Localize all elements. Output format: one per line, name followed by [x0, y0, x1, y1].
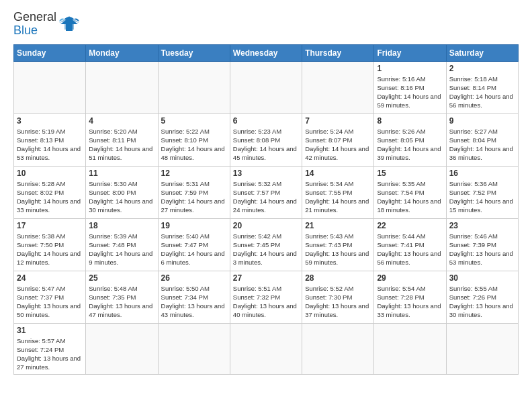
- calendar-cell: [230, 61, 302, 113]
- sun-info: Sunrise: 5:54 AM Sunset: 7:28 PM Dayligh…: [377, 284, 443, 320]
- sun-info: Sunrise: 5:38 AM Sunset: 7:50 PM Dayligh…: [17, 232, 83, 267]
- calendar-cell: 22Sunrise: 5:44 AM Sunset: 7:41 PM Dayli…: [374, 218, 446, 271]
- calendar-cell: 15Sunrise: 5:35 AM Sunset: 7:54 PM Dayli…: [374, 166, 446, 218]
- calendar-cell: 21Sunrise: 5:43 AM Sunset: 7:43 PM Dayli…: [302, 218, 374, 271]
- calendar-week-row: 10Sunrise: 5:28 AM Sunset: 8:02 PM Dayli…: [14, 166, 519, 218]
- calendar-cell: 13Sunrise: 5:32 AM Sunset: 7:57 PM Dayli…: [230, 166, 302, 218]
- weekday-header-sunday: Sunday: [14, 44, 86, 61]
- day-number: 20: [233, 221, 299, 230]
- calendar-cell: [374, 323, 446, 374]
- sun-info: Sunrise: 5:19 AM Sunset: 8:13 PM Dayligh…: [17, 127, 83, 163]
- day-number: 21: [305, 221, 371, 230]
- weekday-header-row: SundayMondayTuesdayWednesdayThursdayFrid…: [14, 44, 519, 61]
- day-number: 16: [449, 169, 515, 178]
- sun-info: Sunrise: 5:30 AM Sunset: 8:00 PM Dayligh…: [89, 179, 154, 215]
- logo-bird-icon: [59, 15, 79, 34]
- weekday-header-friday: Friday: [374, 44, 446, 61]
- day-number: 5: [161, 116, 227, 126]
- sun-info: Sunrise: 5:48 AM Sunset: 7:35 PM Dayligh…: [89, 284, 154, 320]
- day-number: 25: [89, 273, 154, 283]
- day-number: 31: [17, 326, 83, 335]
- logo-text: General: [13, 11, 56, 24]
- day-number: 27: [233, 273, 299, 283]
- calendar-cell: [86, 323, 158, 374]
- sun-info: Sunrise: 5:20 AM Sunset: 8:11 PM Dayligh…: [89, 127, 154, 163]
- calendar-cell: 16Sunrise: 5:36 AM Sunset: 7:52 PM Dayli…: [446, 166, 518, 218]
- day-number: 18: [89, 221, 154, 230]
- day-number: 9: [449, 116, 515, 126]
- calendar-cell: 12Sunrise: 5:31 AM Sunset: 7:59 PM Dayli…: [158, 166, 230, 218]
- header: General Blue: [13, 11, 519, 38]
- sun-info: Sunrise: 5:57 AM Sunset: 7:24 PM Dayligh…: [17, 336, 83, 372]
- sun-info: Sunrise: 5:46 AM Sunset: 7:39 PM Dayligh…: [449, 232, 515, 267]
- calendar-cell: 4Sunrise: 5:20 AM Sunset: 8:11 PM Daylig…: [86, 113, 158, 166]
- calendar-cell: 19Sunrise: 5:40 AM Sunset: 7:47 PM Dayli…: [158, 218, 230, 271]
- logo: General Blue: [13, 11, 79, 38]
- calendar-cell: [14, 61, 86, 113]
- calendar-cell: [158, 61, 230, 113]
- day-number: 12: [161, 169, 227, 178]
- day-number: 17: [17, 221, 83, 230]
- sun-info: Sunrise: 5:43 AM Sunset: 7:43 PM Dayligh…: [305, 232, 371, 267]
- day-number: 13: [233, 169, 299, 178]
- weekday-header-saturday: Saturday: [446, 44, 518, 61]
- sun-info: Sunrise: 5:55 AM Sunset: 7:26 PM Dayligh…: [449, 284, 515, 320]
- calendar-cell: 23Sunrise: 5:46 AM Sunset: 7:39 PM Dayli…: [446, 218, 518, 271]
- weekday-header-tuesday: Tuesday: [158, 44, 230, 61]
- day-number: 7: [305, 116, 371, 126]
- day-number: 4: [89, 116, 154, 126]
- day-number: 29: [377, 273, 443, 283]
- calendar-cell: 7Sunrise: 5:24 AM Sunset: 8:07 PM Daylig…: [302, 113, 374, 166]
- day-number: 11: [89, 169, 154, 178]
- logo-text2: Blue: [13, 24, 56, 38]
- calendar-table: SundayMondayTuesdayWednesdayThursdayFrid…: [13, 44, 519, 375]
- calendar-cell: 10Sunrise: 5:28 AM Sunset: 8:02 PM Dayli…: [14, 166, 86, 218]
- sun-info: Sunrise: 5:31 AM Sunset: 7:59 PM Dayligh…: [161, 179, 227, 215]
- calendar-cell: 9Sunrise: 5:27 AM Sunset: 8:04 PM Daylig…: [446, 113, 518, 166]
- sun-info: Sunrise: 5:28 AM Sunset: 8:02 PM Dayligh…: [17, 179, 83, 215]
- calendar-cell: 17Sunrise: 5:38 AM Sunset: 7:50 PM Dayli…: [14, 218, 86, 271]
- calendar-cell: 1Sunrise: 5:16 AM Sunset: 8:16 PM Daylig…: [374, 61, 446, 113]
- day-number: 22: [377, 221, 443, 230]
- calendar-cell: [158, 323, 230, 374]
- day-number: 14: [305, 169, 371, 178]
- sun-info: Sunrise: 5:16 AM Sunset: 8:16 PM Dayligh…: [377, 75, 443, 110]
- calendar-cell: [230, 323, 302, 374]
- day-number: 28: [305, 273, 371, 283]
- day-number: 1: [377, 64, 443, 73]
- calendar-cell: 27Sunrise: 5:51 AM Sunset: 7:32 PM Dayli…: [230, 271, 302, 323]
- sun-info: Sunrise: 5:36 AM Sunset: 7:52 PM Dayligh…: [449, 179, 515, 215]
- day-number: 26: [161, 273, 227, 283]
- day-number: 24: [17, 273, 83, 283]
- sun-info: Sunrise: 5:27 AM Sunset: 8:04 PM Dayligh…: [449, 127, 515, 163]
- day-number: 3: [17, 116, 83, 126]
- calendar-cell: 28Sunrise: 5:52 AM Sunset: 7:30 PM Dayli…: [302, 271, 374, 323]
- day-number: 8: [377, 116, 443, 126]
- sun-info: Sunrise: 5:34 AM Sunset: 7:55 PM Dayligh…: [305, 179, 371, 215]
- calendar-week-row: 24Sunrise: 5:47 AM Sunset: 7:37 PM Dayli…: [14, 271, 519, 323]
- sun-info: Sunrise: 5:42 AM Sunset: 7:45 PM Dayligh…: [233, 232, 299, 267]
- sun-info: Sunrise: 5:52 AM Sunset: 7:30 PM Dayligh…: [305, 284, 371, 320]
- sun-info: Sunrise: 5:24 AM Sunset: 8:07 PM Dayligh…: [305, 127, 371, 163]
- weekday-header-thursday: Thursday: [302, 44, 374, 61]
- calendar-cell: 2Sunrise: 5:18 AM Sunset: 8:14 PM Daylig…: [446, 61, 518, 113]
- calendar-cell: 8Sunrise: 5:26 AM Sunset: 8:05 PM Daylig…: [374, 113, 446, 166]
- calendar-cell: 31Sunrise: 5:57 AM Sunset: 7:24 PM Dayli…: [14, 323, 86, 374]
- day-number: 19: [161, 221, 227, 230]
- weekday-header-monday: Monday: [86, 44, 158, 61]
- calendar-cell: 11Sunrise: 5:30 AM Sunset: 8:00 PM Dayli…: [86, 166, 158, 218]
- sun-info: Sunrise: 5:44 AM Sunset: 7:41 PM Dayligh…: [377, 232, 443, 267]
- day-number: 23: [449, 221, 515, 230]
- day-number: 15: [377, 169, 443, 178]
- day-number: 10: [17, 169, 83, 178]
- sun-info: Sunrise: 5:47 AM Sunset: 7:37 PM Dayligh…: [17, 284, 83, 320]
- calendar-cell: 24Sunrise: 5:47 AM Sunset: 7:37 PM Dayli…: [14, 271, 86, 323]
- sun-info: Sunrise: 5:23 AM Sunset: 8:08 PM Dayligh…: [233, 127, 299, 163]
- calendar-cell: 18Sunrise: 5:39 AM Sunset: 7:48 PM Dayli…: [86, 218, 158, 271]
- sun-info: Sunrise: 5:50 AM Sunset: 7:34 PM Dayligh…: [161, 284, 227, 320]
- day-number: 30: [449, 273, 515, 283]
- sun-info: Sunrise: 5:35 AM Sunset: 7:54 PM Dayligh…: [377, 179, 443, 215]
- calendar-cell: [446, 323, 518, 374]
- calendar-cell: [302, 61, 374, 113]
- page: General Blue SundayMondayTuesdayWe: [0, 0, 532, 381]
